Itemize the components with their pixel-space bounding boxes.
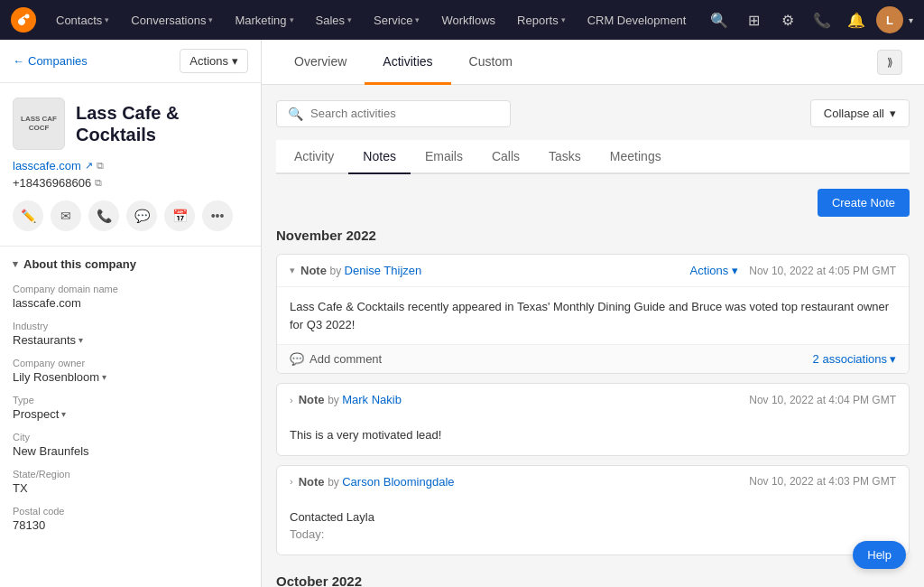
state-field: State/Region TX	[13, 469, 248, 495]
actions-chevron-icon: ▾	[232, 54, 238, 68]
search-icon: 🔍	[288, 107, 303, 121]
top-navigation: Contacts ▾ Conversations ▾ Marketing ▾ S…	[0, 0, 924, 40]
sub-tab-notes[interactable]: Notes	[348, 140, 411, 174]
note-card-1: ▾ Note by Denise Thijzen Actions	[276, 254, 910, 374]
note-1-actions-chevron-icon: ▾	[732, 264, 738, 277]
note-3-body: Contacted Layla Today:	[277, 498, 909, 554]
nav-workflows[interactable]: Workflows	[432, 8, 504, 33]
sub-tab-calls[interactable]: Calls	[477, 140, 534, 174]
settings-icon-btn[interactable]: ⚙	[773, 5, 802, 34]
avatar-chevron-icon[interactable]: ▾	[909, 15, 913, 25]
company-domain-field: Company domain name lasscafe.com	[13, 284, 248, 310]
note-3-timestamp: Nov 10, 2022 at 4:03 PM GMT	[749, 475, 896, 488]
note-2-timestamp: Nov 10, 2022 at 4:04 PM GMT	[749, 394, 896, 406]
company-action-icons: ✏️ ✉ 📞 💬 📅 •••	[13, 200, 248, 231]
note-card-3: › Note by Carson Bloomingdale Nov 10, 20…	[276, 465, 910, 555]
type-field: Type Prospect ▾	[13, 395, 248, 421]
reports-chevron-icon: ▾	[561, 15, 566, 24]
external-link-icon: ↗	[85, 160, 93, 172]
nav-right-icons: 🔍 ⊞ ⚙ 📞 🔔 L ▾	[705, 5, 913, 34]
tab-activities[interactable]: Activities	[365, 40, 450, 85]
november-label: November 2022	[276, 228, 910, 243]
company-phone: +18436968606 ⧉	[13, 176, 248, 190]
breadcrumb-companies[interactable]: ← Companies	[13, 54, 88, 68]
company-owner-field: Company owner Lily Rosenbloom ▾	[13, 358, 248, 384]
collapse-all-button[interactable]: Collapse all ▾	[810, 99, 910, 127]
company-website-link[interactable]: lasscafe.com ↗ ⧉	[13, 159, 248, 172]
content-inner: 🔍 Collapse all ▾ Activity Notes	[262, 85, 924, 587]
copy-phone-icon: ⧉	[95, 177, 102, 189]
associations-button[interactable]: 2 associations ▾	[813, 352, 896, 366]
state-value: TX	[13, 481, 248, 495]
email-icon-btn[interactable]: ✉	[51, 200, 81, 231]
create-note-button[interactable]: Create Note	[818, 189, 910, 217]
note-3-author: Carson Bloomingdale	[342, 475, 454, 489]
nav-conversations[interactable]: Conversations ▾	[122, 8, 222, 33]
october-label: October 2022	[276, 573, 910, 588]
collapse-panel-button[interactable]: ⟫	[877, 50, 902, 75]
about-section-header[interactable]: ▾ About this company	[13, 257, 248, 271]
phone-icon-btn[interactable]: 📞	[808, 5, 836, 34]
owner-chevron-icon: ▾	[102, 372, 106, 382]
note-2-author: Mark Nakib	[342, 393, 402, 406]
nav-marketing[interactable]: Marketing ▾	[226, 8, 302, 33]
call-icon-btn[interactable]: 📞	[88, 200, 119, 231]
type-dropdown[interactable]: Prospect ▾	[13, 407, 66, 421]
note-2-header: › Note by Mark Nakib Nov 10, 2022 at 4:0…	[277, 384, 909, 415]
company-name: Lass Cafe & Cocktails	[76, 102, 248, 145]
help-bubble[interactable]: Help	[853, 541, 906, 569]
service-chevron-icon: ▾	[415, 15, 420, 24]
about-chevron-icon: ▾	[13, 258, 18, 270]
note-1-actions-button[interactable]: Actions ▾	[690, 264, 739, 277]
chat-icon-btn[interactable]: 💬	[126, 200, 157, 231]
note-1-chevron[interactable]: ▾	[290, 265, 295, 276]
note-2-body: This is a very motivated lead!	[277, 415, 909, 455]
note-2-chevron[interactable]: ›	[290, 395, 293, 405]
note-1-author: Denise Thijzen	[345, 264, 422, 277]
comment-icon: 💬	[290, 352, 304, 366]
nav-crm-development[interactable]: CRM Development	[578, 8, 696, 33]
tab-overview[interactable]: Overview	[276, 40, 365, 85]
notifications-icon-btn[interactable]: 🔔	[842, 5, 871, 34]
sub-tab-activity[interactable]: Activity	[280, 140, 348, 174]
sub-tab-meetings[interactable]: Meetings	[596, 140, 676, 174]
search-icon-btn[interactable]: 🔍	[705, 5, 734, 34]
company-domain-value: lasscafe.com	[13, 296, 248, 310]
search-box[interactable]: 🔍	[276, 100, 511, 127]
october-section: October 2022 › Note by Lily Rosenbloom	[276, 573, 910, 588]
type-chevron-icon: ▾	[61, 409, 66, 419]
hubspot-logo[interactable]	[11, 7, 36, 33]
marketplace-icon-btn[interactable]: ⊞	[739, 5, 768, 34]
conversations-chevron-icon: ▾	[208, 15, 213, 24]
postal-code-field: Postal code 78130	[13, 506, 248, 532]
sub-tab-tasks[interactable]: Tasks	[534, 140, 596, 174]
note-1-footer: 💬 Add comment 2 associations ▾	[277, 344, 909, 373]
copy-link-icon: ⧉	[97, 160, 104, 172]
note-1-body: Lass Cafe & Cocktails recently appeared …	[277, 287, 909, 344]
edit-icon-btn[interactable]: ✏️	[13, 200, 43, 231]
industry-field: Industry Restaurants ▾	[13, 321, 248, 347]
svg-point-1	[25, 14, 30, 19]
user-avatar[interactable]: L	[876, 6, 903, 33]
more-icon-btn[interactable]: •••	[202, 200, 233, 231]
city-field: City New Braunfels	[13, 432, 248, 458]
schedule-icon-btn[interactable]: 📅	[164, 200, 195, 231]
tab-custom[interactable]: Custom	[451, 40, 531, 85]
nav-reports[interactable]: Reports ▾	[508, 8, 575, 33]
owner-dropdown[interactable]: Lily Rosenbloom ▾	[13, 370, 106, 384]
main-layout: ← Companies Actions ▾ LASS CAF COCF Lass…	[0, 40, 924, 587]
note-3-chevron[interactable]: ›	[290, 476, 293, 487]
sidebar-actions-button[interactable]: Actions ▾	[180, 49, 248, 73]
nav-service[interactable]: Service ▾	[365, 8, 429, 33]
sub-tab-emails[interactable]: Emails	[411, 140, 477, 174]
note-1-timestamp: Nov 10, 2022 at 4:05 PM GMT	[749, 265, 896, 277]
company-info: LASS CAF COCF Lass Cafe & Cocktails lass…	[0, 83, 261, 247]
industry-dropdown[interactable]: Restaurants ▾	[13, 333, 83, 347]
sub-tab-bar: Activity Notes Emails Calls Tasks	[276, 140, 910, 174]
marketing-chevron-icon: ▾	[290, 15, 294, 24]
november-section: November 2022 ▾ Note by Denise Thijzen	[276, 228, 910, 555]
search-input[interactable]	[310, 107, 499, 120]
nav-contacts[interactable]: Contacts ▾	[47, 8, 118, 33]
add-comment-button[interactable]: 💬 Add comment	[290, 352, 382, 366]
nav-sales[interactable]: Sales ▾	[307, 8, 362, 33]
